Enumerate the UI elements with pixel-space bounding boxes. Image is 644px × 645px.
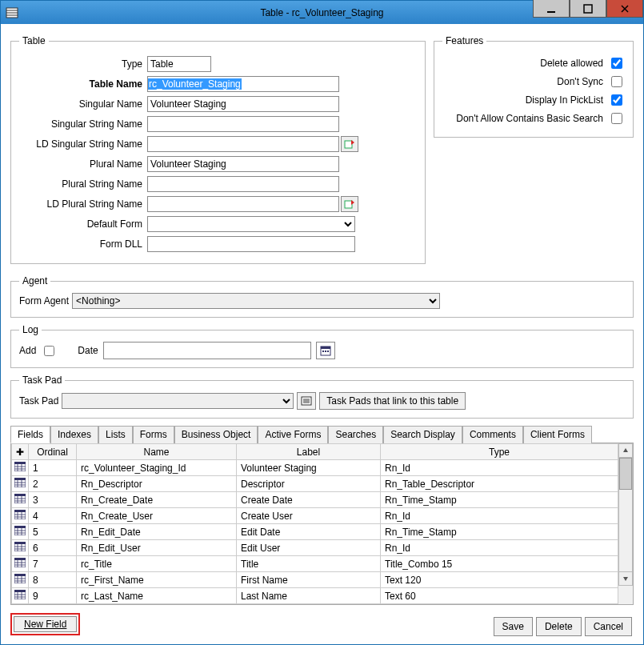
- header-type[interactable]: Type: [381, 444, 618, 460]
- form-agent-select[interactable]: <Nothing>: [72, 293, 440, 309]
- table-name-field[interactable]: rc_Volunteer_Staging: [147, 76, 339, 92]
- row-icon: [12, 524, 29, 540]
- plural-string-field[interactable]: [147, 176, 339, 192]
- svg-rect-38: [14, 510, 26, 512]
- cell-label: Edit User: [237, 540, 381, 556]
- maximize-button[interactable]: [570, 0, 606, 18]
- calendar-icon[interactable]: [316, 342, 335, 359]
- row-icon: [12, 476, 29, 492]
- cell-label: Create User: [237, 508, 381, 524]
- default-form-select[interactable]: [147, 216, 355, 232]
- singular-string-field[interactable]: [147, 116, 339, 132]
- cell-label: Volunteer Staging: [237, 460, 381, 476]
- singular-string-label: Singular String Name: [19, 118, 147, 130]
- log-add-checkbox[interactable]: [44, 346, 54, 356]
- form-dll-field[interactable]: [147, 236, 355, 252]
- cell-ordinal: 9: [29, 588, 77, 604]
- log-fieldset: Log Add Date: [10, 324, 634, 368]
- cell-label: First Name: [237, 572, 381, 588]
- ld-plural-field[interactable]: [147, 196, 339, 212]
- taskpad-fieldset: Task Pad Task Pad Task Pads that link to…: [10, 375, 634, 419]
- cell-label: Descriptor: [237, 476, 381, 492]
- table-row[interactable]: 6Rn_Edit_UserEdit UserRn_Id: [12, 540, 618, 556]
- header-label[interactable]: Label: [237, 444, 381, 460]
- close-button[interactable]: [606, 0, 643, 18]
- taskpad-list-icon[interactable]: [297, 392, 316, 410]
- form-dll-label: Form DLL: [19, 238, 147, 250]
- header-ordinal[interactable]: Ordinal: [29, 444, 77, 460]
- ld-singular-field[interactable]: [147, 136, 339, 152]
- cell-name: Rn_Create_User: [77, 508, 237, 524]
- table-row[interactable]: 4Rn_Create_UserCreate UserRn_Id: [12, 508, 618, 524]
- table-name-label: Table Name: [19, 78, 147, 90]
- header-name[interactable]: Name: [77, 444, 237, 460]
- scroll-down-icon[interactable]: [618, 571, 633, 586]
- grid-add-column-icon[interactable]: ✚: [12, 444, 29, 460]
- svg-rect-4: [547, 11, 555, 13]
- tab-searches[interactable]: Searches: [328, 426, 383, 443]
- svg-rect-50: [14, 542, 26, 544]
- tab-indexes[interactable]: Indexes: [50, 426, 98, 443]
- tab-business-object[interactable]: Business Object: [174, 426, 258, 443]
- agent-legend: Agent: [19, 275, 50, 286]
- dont-allow-basic-checkbox[interactable]: [611, 113, 622, 124]
- ld-singular-browse-icon[interactable]: [341, 136, 358, 152]
- cancel-button[interactable]: Cancel: [585, 617, 632, 636]
- tab-search-display[interactable]: Search Display: [383, 426, 462, 443]
- type-field[interactable]: [147, 56, 211, 72]
- minimize-button[interactable]: [533, 0, 570, 18]
- table-row[interactable]: 7rc_TitleTitleTitle_Combo 15: [12, 556, 618, 572]
- cell-name: rc_Volunteer_Staging_Id: [77, 460, 237, 476]
- taskpad-legend: Task Pad: [19, 375, 65, 386]
- singular-name-label: Singular Name: [19, 98, 147, 110]
- table-row[interactable]: 1rc_Volunteer_Staging_IdVolunteer Stagin…: [12, 460, 618, 476]
- plural-name-field[interactable]: [147, 156, 339, 172]
- log-date-field[interactable]: [103, 342, 311, 359]
- grid-scrollbar[interactable]: [618, 443, 633, 604]
- cell-ordinal: 8: [29, 572, 77, 588]
- table-row[interactable]: 2Rn_DescriptorDescriptorRn_Table_Descrip…: [12, 476, 618, 492]
- tab-lists[interactable]: Lists: [98, 426, 133, 443]
- taskpad-link-button[interactable]: Task Pads that link to this table: [319, 392, 466, 410]
- ld-plural-browse-icon[interactable]: [341, 196, 358, 212]
- save-button[interactable]: Save: [494, 617, 533, 636]
- taskpad-select[interactable]: [62, 393, 294, 409]
- row-icon: [12, 572, 29, 588]
- features-legend: Features: [442, 35, 486, 46]
- delete-allowed-checkbox[interactable]: [611, 58, 622, 69]
- cell-ordinal: 4: [29, 508, 77, 524]
- cell-name: Rn_Create_Date: [77, 492, 237, 508]
- cell-type: Rn_Time_Stamp: [381, 524, 618, 540]
- scroll-thumb[interactable]: [619, 458, 632, 490]
- tab-fields[interactable]: Fields: [10, 426, 50, 443]
- svg-rect-44: [14, 526, 26, 528]
- dont-allow-basic-label: Don't Allow Contains Basic Search: [456, 113, 603, 124]
- ld-singular-label: LD Singular String Name: [19, 138, 147, 150]
- row-icon: [12, 492, 29, 508]
- dont-sync-checkbox[interactable]: [611, 76, 622, 87]
- cell-name: Rn_Descriptor: [77, 476, 237, 492]
- dont-sync-label: Don't Sync: [557, 76, 603, 87]
- svg-rect-13: [325, 351, 326, 352]
- tab-active-forms[interactable]: Active Forms: [258, 426, 328, 443]
- new-field-button[interactable]: New Field: [14, 616, 77, 632]
- delete-button[interactable]: Delete: [536, 617, 582, 636]
- display-picklist-checkbox[interactable]: [611, 94, 622, 106]
- table-row[interactable]: 9rc_Last_NameLast NameText 60: [12, 588, 618, 604]
- tab-client-forms[interactable]: Client Forms: [523, 426, 592, 443]
- row-icon: [12, 588, 29, 604]
- titlebar: Table - rc_Volunteer_Staging: [1, 1, 643, 24]
- svg-rect-32: [14, 494, 26, 496]
- table-row[interactable]: 8rc_First_NameFirst NameText 120: [12, 572, 618, 588]
- tab-forms[interactable]: Forms: [133, 426, 174, 443]
- table-row[interactable]: 3Rn_Create_DateCreate DateRn_Time_Stamp: [12, 492, 618, 508]
- cell-type: Rn_Id: [381, 460, 618, 476]
- singular-name-field[interactable]: [147, 96, 339, 112]
- plural-name-label: Plural Name: [19, 158, 147, 170]
- cell-type: Text 60: [381, 588, 618, 604]
- table-row[interactable]: 5Rn_Edit_DateEdit DateRn_Time_Stamp: [12, 524, 618, 540]
- app-icon: [6, 6, 18, 19]
- scroll-up-icon[interactable]: [618, 443, 633, 458]
- table-name-value: rc_Volunteer_Staging: [148, 78, 242, 90]
- tab-comments[interactable]: Comments: [462, 426, 523, 443]
